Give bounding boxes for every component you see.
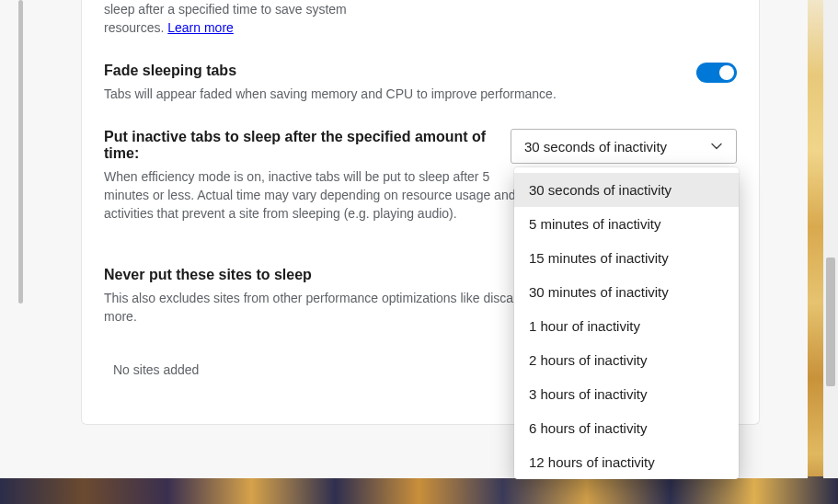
chevron-down-icon — [710, 140, 723, 153]
sleep-after-option[interactable]: 30 minutes of inactivity — [514, 275, 739, 309]
sleep-after-selected-value: 30 seconds of inactivity — [524, 139, 667, 155]
desktop-wallpaper-bottom — [0, 476, 838, 504]
nav-scrollbar-thumb[interactable] — [18, 0, 23, 304]
sleep-after-option[interactable]: 2 hours of inactivity — [514, 343, 739, 377]
sleep-after-option[interactable]: 15 minutes of inactivity — [514, 241, 739, 275]
fade-sleeping-tabs-section: Fade sleeping tabs Tabs will appear fade… — [104, 63, 737, 103]
sleeping-tabs-intro: sleep after a specified time to save sys… — [104, 0, 389, 37]
sleep-after-option[interactable]: 5 minutes of inactivity — [514, 207, 739, 241]
sleep-after-option[interactable]: 6 hours of inactivity — [514, 411, 739, 445]
fade-subtitle: Tabs will appear faded when saving memor… — [104, 85, 656, 103]
window-scrollbar[interactable] — [823, 0, 838, 478]
sleep-after-dropdown[interactable]: 30 seconds of inactivity5 minutes of ina… — [514, 167, 739, 479]
sleep-after-title: Put inactive tabs to sleep after the spe… — [104, 129, 509, 162]
window-scrollbar-thumb[interactable] — [826, 258, 835, 386]
sleep-after-option[interactable]: 3 hours of inactivity — [514, 377, 739, 411]
sleep-after-option[interactable]: 12 hours of inactivity — [514, 445, 739, 479]
fade-title: Fade sleeping tabs — [104, 63, 737, 79]
sleep-after-select[interactable]: 30 seconds of inactivity — [511, 129, 737, 164]
fade-sleeping-tabs-toggle[interactable] — [696, 63, 737, 83]
toggle-knob — [719, 65, 734, 80]
sleep-after-subtitle: When efficiency mode is on, inactive tab… — [104, 167, 518, 223]
learn-more-link[interactable]: Learn more — [167, 20, 234, 35]
sleep-after-option[interactable]: 30 seconds of inactivity — [514, 173, 739, 207]
sleep-after-option[interactable]: 1 hour of inactivity — [514, 309, 739, 343]
